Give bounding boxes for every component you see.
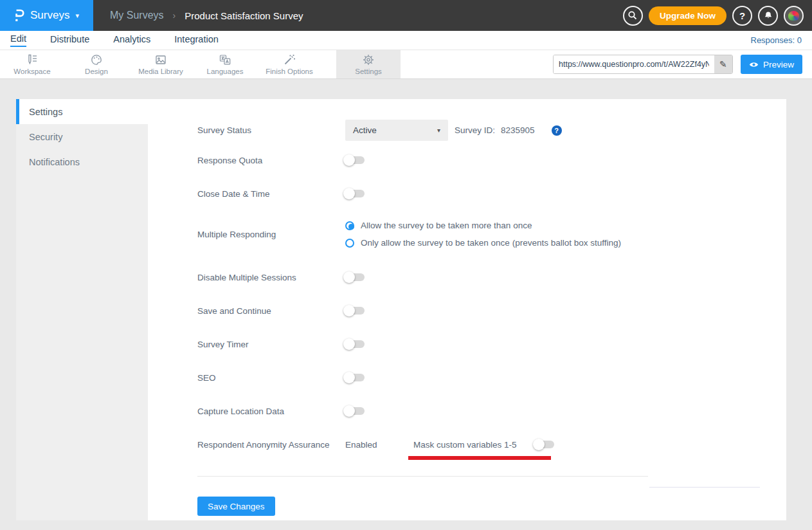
breadcrumb: My Surveys › Product Satisfaction Survey	[110, 10, 303, 21]
section-nav: Edit Distribute Analytics Integration Re…	[0, 31, 812, 50]
toolbar-tab-settings[interactable]: Settings	[336, 50, 401, 78]
search-icon	[627, 10, 638, 21]
caret-down-icon: ▾	[437, 127, 440, 134]
sidebar-item-notifications[interactable]: Notifications	[16, 149, 148, 174]
radio-option-label: Allow the survey to be taken more than o…	[361, 221, 532, 230]
survey-id-value: 8235905	[501, 125, 535, 135]
red-annotation-underline	[408, 456, 551, 460]
toolbar-right: ✎ Preview	[553, 50, 812, 78]
survey-status-select[interactable]: Active ▾	[345, 120, 448, 141]
gear-icon	[362, 53, 375, 66]
anonymity-label: Respondent Anonymity Assurance	[197, 440, 345, 450]
toggle-knob	[343, 188, 355, 199]
survey-status-label: Survey Status	[197, 125, 345, 135]
search-button[interactable]	[623, 6, 643, 26]
toolbar-tab-languages[interactable]: Languages	[193, 50, 257, 78]
questionpro-logo-icon	[14, 8, 24, 23]
bell-icon	[763, 10, 773, 21]
toggle-knob	[343, 271, 355, 283]
response-quota-toggle[interactable]	[345, 156, 365, 164]
image-icon	[154, 53, 167, 66]
toggle-knob	[343, 305, 355, 316]
anonymity-status: Enabled	[345, 440, 413, 450]
upgrade-now-button[interactable]: Upgrade Now	[649, 6, 726, 25]
row-close-date: Close Date & Time	[197, 187, 786, 200]
toolbar-label: Settings	[355, 68, 382, 75]
workspace-icon	[26, 53, 39, 66]
row-save-continue: Save and Continue	[197, 304, 786, 317]
survey-url-input[interactable]	[554, 55, 714, 73]
radio-only-once[interactable]: Only allow the survey to be taken once (…	[345, 238, 621, 248]
multiple-responding-options: Allow the survey to be taken more than o…	[345, 221, 621, 248]
surveys-product-menu[interactable]: Surveys ▾	[0, 0, 93, 31]
help-button[interactable]: ?	[732, 6, 752, 26]
row-capture-location: Capture Location Data	[197, 405, 786, 417]
capture-location-toggle[interactable]	[345, 407, 365, 415]
top-header: Surveys ▾ My Surveys › Product Satisfact…	[0, 0, 812, 31]
responses-count[interactable]: Responses: 0	[751, 35, 802, 45]
user-avatar[interactable]	[784, 6, 804, 26]
multiple-responding-label: Multiple Responding	[197, 230, 345, 239]
mask-variables-label: Mask custom variables 1-5	[413, 440, 517, 450]
mask-variables-toggle[interactable]	[535, 441, 554, 448]
sidebar-item-settings[interactable]: Settings	[16, 99, 148, 124]
toolbar-tab-workspace[interactable]: Workspace	[0, 50, 64, 78]
seo-label: SEO	[197, 373, 345, 383]
close-date-toggle[interactable]	[345, 190, 365, 197]
breadcrumb-my-surveys[interactable]: My Surveys	[110, 10, 164, 21]
toolbar-label: Design	[85, 68, 108, 75]
save-continue-toggle[interactable]	[345, 307, 365, 315]
toggle-knob	[343, 372, 355, 383]
survey-timer-label: Survey Timer	[197, 340, 345, 349]
notifications-button[interactable]	[758, 6, 778, 26]
pencil-icon: ✎	[719, 59, 727, 69]
row-anonymity: Respondent Anonymity Assurance Enabled M…	[197, 438, 786, 451]
radio-allow-multiple[interactable]: Allow the survey to be taken more than o…	[345, 221, 621, 230]
row-survey-timer: Survey Timer	[197, 338, 786, 351]
toolbar-tab-design[interactable]: Design	[64, 50, 129, 78]
tab-analytics[interactable]: Analytics	[113, 34, 150, 46]
toolbar-label: Languages	[207, 68, 244, 75]
tab-integration[interactable]: Integration	[174, 34, 219, 46]
capture-location-label: Capture Location Data	[197, 407, 345, 416]
save-changes-button[interactable]: Save Changes	[197, 497, 275, 516]
close-date-label: Close Date & Time	[197, 189, 345, 199]
survey-timer-toggle[interactable]	[345, 340, 365, 348]
tab-edit[interactable]: Edit	[10, 33, 26, 47]
toggle-knob	[343, 154, 355, 166]
sidebar-item-label: Notifications	[29, 157, 80, 167]
toolbar-label: Workspace	[14, 68, 50, 75]
product-label: Surveys	[30, 9, 69, 22]
radio-unselected-icon[interactable]	[345, 239, 354, 248]
survey-id-help-icon[interactable]: ?	[552, 125, 562, 136]
translate-icon	[219, 53, 231, 66]
toolbar-tab-media-library[interactable]: Media Library	[129, 50, 193, 78]
row-survey-status: Survey Status Active ▾ Survey ID: 823590…	[197, 120, 786, 141]
toggle-knob	[343, 338, 355, 350]
toolbar-tab-finish-options[interactable]: Finish Options	[257, 50, 321, 78]
content-divider-secondary	[649, 487, 760, 488]
seo-toggle[interactable]	[345, 374, 365, 381]
settings-sidebar: Settings Security Notifications	[16, 99, 148, 520]
survey-url-box: ✎	[553, 55, 733, 74]
mask-variables-group: Mask custom variables 1-5	[413, 440, 554, 450]
row-multiple-responding: Multiple Responding Allow the survey to …	[197, 221, 786, 248]
row-response-quota: Response Quota	[197, 154, 786, 167]
survey-status-value: Active	[353, 125, 377, 135]
sidebar-item-security[interactable]: Security	[16, 124, 148, 149]
breadcrumb-current-survey: Product Satisfaction Survey	[185, 10, 303, 21]
radio-option-label: Only allow the survey to be taken once (…	[361, 238, 621, 248]
radio-selected-icon[interactable]	[345, 221, 354, 230]
survey-id-label: Survey ID:	[455, 125, 495, 135]
palette-icon	[90, 53, 103, 66]
content-divider	[197, 476, 648, 477]
sidebar-item-label: Settings	[29, 107, 62, 117]
save-continue-label: Save and Continue	[197, 306, 345, 316]
disable-sessions-toggle[interactable]	[345, 273, 365, 281]
settings-content: Survey Status Active ▾ Survey ID: 823590…	[148, 99, 786, 520]
eye-icon	[749, 61, 759, 68]
row-disable-sessions: Disable Multiple Sessions	[197, 271, 786, 284]
tab-distribute[interactable]: Distribute	[50, 34, 89, 46]
preview-button[interactable]: Preview	[741, 55, 802, 74]
edit-url-button[interactable]: ✎	[714, 55, 732, 73]
